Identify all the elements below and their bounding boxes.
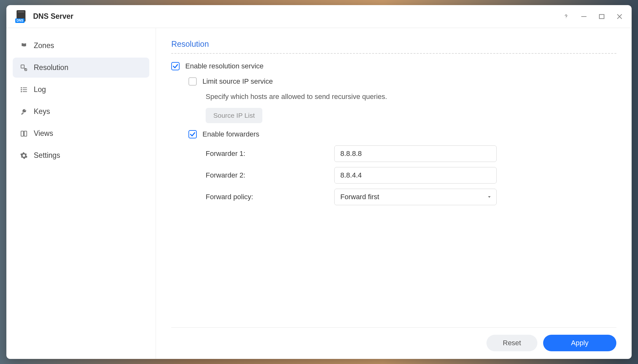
enable-forwarders-checkbox[interactable] [188,130,197,138]
footer: Reset Apply [171,327,616,351]
sidebar-item-label: Log [34,85,46,94]
list-icon [20,86,28,94]
sidebar-item-settings[interactable]: Settings [13,145,149,165]
sidebar-item-label: Zones [34,41,54,50]
resolution-icon [20,64,28,72]
body: Zones Resolution Log Keys [6,28,632,359]
content: Resolution Enable resolution service Lim… [156,28,632,359]
window-controls [562,12,624,21]
flag-icon [20,42,28,50]
forwarder2-label: Forwarder 2: [206,171,334,179]
section-title: Resolution [171,39,616,54]
sidebar-item-label: Settings [34,151,60,160]
app-icon: DNS [15,10,28,23]
key-icon [20,108,28,116]
maximize-button[interactable] [597,12,606,21]
forwarder1-input[interactable] [334,145,497,162]
svg-rect-14 [24,131,27,136]
forward-policy-value: Forward first [340,193,379,201]
svg-rect-2 [599,14,604,18]
svg-rect-5 [21,65,24,68]
app-title: DNS Server [33,12,74,21]
views-icon [20,130,28,138]
apply-button[interactable]: Apply [543,335,616,351]
svg-point-10 [21,88,22,88]
limit-source-ip-row: Limit source IP service [188,77,616,86]
svg-point-11 [21,89,22,90]
sidebar-item-zones[interactable]: Zones [13,36,149,56]
sidebar: Zones Resolution Log Keys [6,28,156,359]
enable-forwarders-row: Enable forwarders [188,130,616,138]
forward-policy-select[interactable]: Forward first [334,189,497,205]
sidebar-item-log[interactable]: Log [13,80,149,100]
close-button[interactable] [615,12,624,21]
source-ip-list-row: Source IP List [206,108,616,123]
enable-resolution-checkbox[interactable] [171,62,180,70]
sidebar-item-label: Resolution [34,63,68,72]
forward-policy-label: Forward policy: [206,193,334,201]
svg-point-0 [566,18,566,18]
form-area: Enable resolution service Limit source I… [171,62,616,327]
reset-button[interactable]: Reset [486,335,537,351]
forwarder1-label: Forwarder 1: [206,150,334,158]
forward-policy-row: Forward policy: Forward first [188,189,616,205]
sidebar-item-resolution[interactable]: Resolution [13,58,149,78]
window: DNS DNS Server [6,5,632,359]
gear-icon [20,151,28,160]
source-ip-list-button[interactable]: Source IP List [206,108,262,123]
forwarder2-input[interactable] [334,167,497,184]
sidebar-item-label: Views [34,129,53,138]
minimize-button[interactable] [579,12,588,21]
sidebar-item-label: Keys [34,107,50,116]
help-button[interactable] [562,12,571,21]
enable-resolution-label: Enable resolution service [185,62,264,70]
enable-forwarders-label: Enable forwarders [202,130,259,138]
sidebar-item-views[interactable]: Views [13,123,149,144]
limit-help-row: Specify which hosts are allowed to send … [206,93,616,101]
enable-resolution-row: Enable resolution service [171,62,616,70]
svg-rect-13 [21,131,24,136]
limit-source-ip-label: Limit source IP service [202,77,273,86]
limit-source-ip-checkbox[interactable] [188,77,197,86]
forwarder2-row: Forwarder 2: [188,167,616,184]
forwarder1-row: Forwarder 1: [188,145,616,162]
limit-help-text: Specify which hosts are allowed to send … [206,93,387,101]
titlebar: DNS DNS Server [6,5,632,28]
svg-point-12 [21,91,22,92]
titlebar-left: DNS DNS Server [15,10,74,23]
sidebar-item-keys[interactable]: Keys [13,102,149,122]
